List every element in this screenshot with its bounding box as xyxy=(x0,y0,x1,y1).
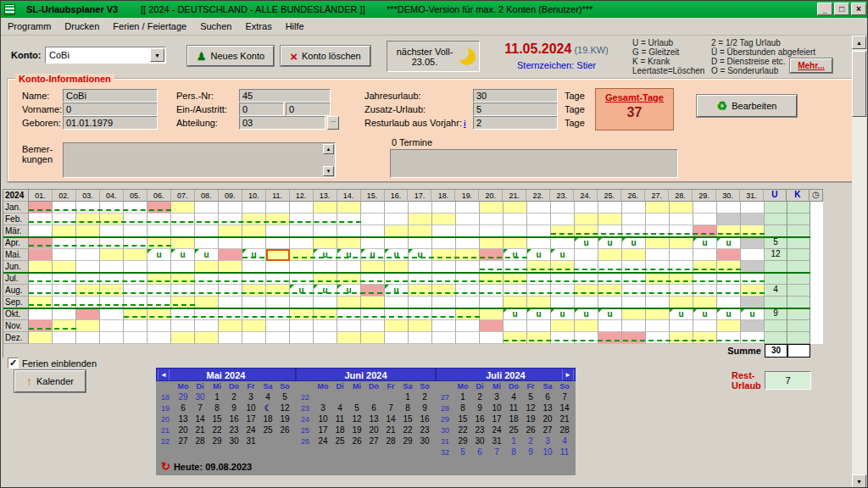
day-cell[interactable] xyxy=(290,261,314,273)
day-cell[interactable] xyxy=(480,202,504,214)
day-cell[interactable] xyxy=(741,332,765,344)
menu-item-ferien-feiertage[interactable]: Ferien / Feiertage xyxy=(106,19,193,34)
day-cell[interactable]: u xyxy=(385,249,409,261)
day-cell[interactable] xyxy=(622,202,646,214)
day-cell[interactable] xyxy=(670,214,693,225)
day-cell[interactable] xyxy=(290,297,314,308)
day-cell[interactable] xyxy=(622,320,646,332)
day-cell[interactable] xyxy=(432,285,456,297)
mini-day[interactable]: 14 xyxy=(382,414,399,425)
day-cell[interactable] xyxy=(195,214,219,225)
day-cell[interactable] xyxy=(361,261,385,273)
mini-day[interactable]: 21 xyxy=(192,425,209,436)
day-cell[interactable]: u xyxy=(693,237,717,249)
day-cell[interactable] xyxy=(219,273,242,285)
mini-day[interactable]: 1 xyxy=(454,392,471,403)
day-cell[interactable] xyxy=(147,273,171,285)
day-cell[interactable] xyxy=(290,237,314,249)
day-cell[interactable] xyxy=(76,214,100,225)
day-cell[interactable] xyxy=(242,320,266,332)
day-cell[interactable] xyxy=(385,332,409,344)
day-cell[interactable] xyxy=(432,249,456,261)
day-cell[interactable] xyxy=(456,332,480,344)
mini-day[interactable]: 19 xyxy=(522,414,539,425)
day-cell[interactable] xyxy=(693,225,717,237)
day-cell[interactable] xyxy=(266,214,290,225)
day-cell[interactable] xyxy=(480,285,504,297)
day-cell[interactable] xyxy=(147,225,171,237)
day-cell[interactable]: u xyxy=(741,308,765,320)
day-cell[interactable] xyxy=(124,273,147,285)
day-cell[interactable] xyxy=(361,237,385,249)
mini-day[interactable]: 21 xyxy=(382,425,399,436)
day-cell[interactable] xyxy=(361,308,385,320)
day-cell[interactable] xyxy=(195,202,219,214)
day-cell[interactable] xyxy=(76,261,100,273)
day-cell[interactable] xyxy=(53,297,76,308)
day-cell[interactable] xyxy=(456,237,480,249)
day-cell[interactable] xyxy=(266,237,290,249)
mini-day[interactable]: 24 xyxy=(242,425,259,436)
neues-konto-button[interactable]: ♟ Neues Konto xyxy=(187,46,274,66)
day-cell[interactable] xyxy=(337,214,361,225)
mini-day[interactable]: 27 xyxy=(365,436,382,447)
day-cell[interactable] xyxy=(53,285,76,297)
day-cell[interactable] xyxy=(646,332,670,344)
day-cell[interactable] xyxy=(290,332,314,344)
day-cell[interactable] xyxy=(219,249,242,261)
mini-day[interactable]: 13 xyxy=(175,414,192,425)
day-cell[interactable] xyxy=(361,225,385,237)
day-cell[interactable] xyxy=(100,261,124,273)
mini-day[interactable]: 11 xyxy=(556,447,573,458)
day-cell[interactable] xyxy=(598,225,622,237)
day-cell[interactable] xyxy=(290,249,314,261)
day-cell[interactable] xyxy=(432,297,456,308)
day-cell[interactable] xyxy=(717,297,741,308)
day-cell[interactable] xyxy=(598,285,622,297)
day-cell[interactable] xyxy=(432,332,456,344)
day-cell[interactable] xyxy=(29,249,53,261)
day-cell[interactable] xyxy=(504,273,527,285)
day-cell[interactable] xyxy=(480,308,504,320)
day-cell[interactable] xyxy=(717,332,741,344)
vertical-scrollbar[interactable]: ▲ ▼ xyxy=(852,36,866,488)
day-cell[interactable]: u xyxy=(290,285,314,297)
day-cell[interactable]: u xyxy=(622,237,646,249)
day-cell[interactable] xyxy=(385,308,409,320)
day-cell[interactable] xyxy=(527,214,551,225)
day-cell[interactable] xyxy=(124,308,147,320)
day-cell[interactable]: u xyxy=(504,308,527,320)
mehr-button[interactable]: Mehr... xyxy=(790,58,832,73)
day-cell[interactable] xyxy=(195,273,219,285)
day-cell[interactable] xyxy=(29,225,53,237)
day-cell[interactable] xyxy=(741,225,765,237)
day-cell[interactable] xyxy=(219,225,242,237)
day-cell[interactable] xyxy=(456,261,480,273)
day-cell[interactable] xyxy=(29,285,53,297)
day-cell[interactable] xyxy=(741,249,765,261)
day-cell[interactable]: u xyxy=(337,249,361,261)
day-cell[interactable] xyxy=(195,285,219,297)
day-cell[interactable] xyxy=(551,332,575,344)
day-cell[interactable] xyxy=(124,297,147,308)
mini-day[interactable]: 14 xyxy=(556,403,573,414)
day-cell[interactable] xyxy=(314,261,337,273)
day-cell[interactable] xyxy=(741,202,765,214)
mini-day[interactable]: 22 xyxy=(399,425,416,436)
day-cell[interactable] xyxy=(456,297,480,308)
day-cell[interactable] xyxy=(53,261,76,273)
day-cell[interactable] xyxy=(195,225,219,237)
day-cell[interactable] xyxy=(598,320,622,332)
day-cell[interactable] xyxy=(693,297,717,308)
day-cell[interactable] xyxy=(219,308,242,320)
day-cell[interactable] xyxy=(480,237,504,249)
day-cell[interactable] xyxy=(598,261,622,273)
day-cell[interactable] xyxy=(670,273,693,285)
scrollbar-thumb[interactable] xyxy=(852,51,866,117)
day-cell[interactable] xyxy=(693,249,717,261)
day-cell[interactable] xyxy=(124,261,147,273)
day-cell[interactable] xyxy=(337,297,361,308)
ferien-checkbox[interactable]: ✓ xyxy=(8,358,19,369)
day-cell[interactable] xyxy=(717,261,741,273)
day-cell[interactable] xyxy=(147,261,171,273)
